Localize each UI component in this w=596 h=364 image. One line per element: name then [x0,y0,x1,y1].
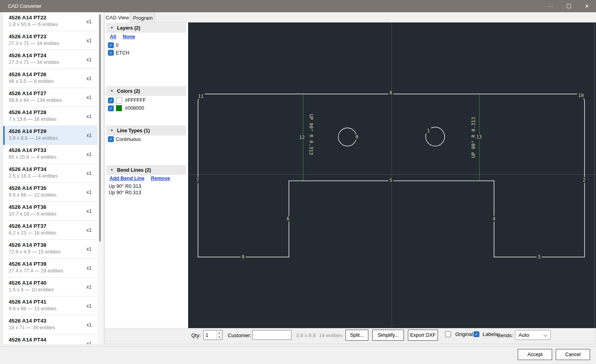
color-row-green[interactable]: ✓ #008000 [108,105,144,111]
svg-text:12: 12 [299,135,305,140]
layer-etch-checkbox[interactable]: ✓ [108,50,114,56]
bend-line-item[interactable]: Up 90° R0.313 [109,190,141,196]
labels-checkbox[interactable]: ✓ [473,331,479,337]
list-item[interactable]: 4526 A14 PT401.5 x 4 — 10 entitiesx1 [3,278,97,296]
list-item[interactable]: 4526 A14 PT359.6 x 68 — 12 entitiesx1 [3,183,97,202]
part-name: 4526 A14 PT38 [9,242,92,248]
part-list-scrollbar-thumb[interactable] [99,14,101,242]
collapse-icon: ▼ [110,26,113,30]
customer-input[interactable] [252,330,292,340]
entities-count-text: 14 entities [319,332,342,338]
part-qty: x1 [87,38,92,43]
cad-canvas[interactable]: UP 90° R 0.313UP 90° R 0.313012345678910… [188,23,596,328]
part-name: 4526 A14 PT36 [9,204,92,210]
svg-text:13: 13 [476,134,482,140]
svg-text:0: 0 [356,134,358,140]
part-qty: x1 [87,19,92,24]
part-qty: x1 [87,152,92,157]
color-white-checkbox[interactable]: ✓ [108,98,114,103]
list-item[interactable]: 4526 A14 PT287 x 13.6 — 16 entitiesx1 [3,107,97,126]
part-qty: x1 [87,341,92,344]
line-types-section-header[interactable]: ▼ Line Types (1) [106,126,186,135]
maximize-icon [567,4,571,8]
stepper-arrows: ▲ ▼ [216,330,222,340]
layer-row-0[interactable]: ✓ 0 [108,42,119,48]
stepper-up-icon[interactable]: ▲ [217,330,222,335]
close-button[interactable]: ✕ [578,0,596,12]
remove-bend-line-link[interactable]: Remove [151,176,170,181]
list-item[interactable]: 4526 A14 PT44x1 [3,334,97,344]
list-item[interactable]: 4526 A14 PT3872.9 x 4.9 — 15 entitiesx1 [3,240,97,259]
simplify-button[interactable]: Simplify... [372,330,404,341]
add-bend-line-link[interactable]: Add Bend Line [109,176,144,181]
titlebar: CAD Converter — ✕ [0,0,596,12]
part-detail: 10.7 x 18 — 6 entities [9,211,92,217]
cancel-button[interactable]: Cancel [556,349,590,360]
list-item[interactable]: 4526 A14 PT2648 x 3.5 — 6 entitiesx1 [3,69,97,88]
part-name: 4526 A14 PT23 [9,34,92,39]
original-toggle[interactable]: Original [445,331,473,337]
tab-program[interactable]: Program [131,13,155,23]
part-qty: x1 [87,57,92,62]
maximize-button[interactable] [560,0,578,12]
list-item[interactable]: 4526 A14 PT2427.3 x 71 — 34 entitiesx1 [3,50,97,69]
part-name: 4526 A14 PT37 [9,223,92,229]
part-name: 4526 A14 PT35 [9,185,92,191]
bend-lines-section-header[interactable]: ▼ Bend Lines (2) [106,165,186,175]
part-detail: 1.5 x 4 — 10 entities [9,287,92,293]
part-detail: 9.6 x 68 — 12 entities [9,192,92,198]
continuous-checkbox[interactable]: ✓ [108,136,114,142]
layer-0-label: 0 [116,43,119,48]
color-row-white[interactable]: ✓ #FFFFFF [108,97,146,103]
svg-text:2: 2 [583,177,586,183]
layer-row-etch[interactable]: ✓ ETCH [108,50,129,56]
window-controls: — ✕ [541,0,596,12]
list-item[interactable]: 4526 A14 PT3365 x 20.6 — 4 entitiesx1 [3,145,97,164]
line-type-row-continuous[interactable]: ✓ Continuous [108,136,141,142]
color-green-checkbox[interactable]: ✓ [108,105,114,111]
list-item[interactable]: 4526 A14 PT3927.4 x 77.4 — 28 entitiesx1 [3,259,97,278]
stepper-down-icon[interactable]: ▼ [217,335,222,340]
list-item[interactable]: 4526 A14 PT2756.6 x 64 — 134 entitiesx1 [3,88,97,107]
part-qty: x1 [87,227,92,233]
layers-title: Layers (2) [117,25,140,31]
part-qty: x1 [87,133,92,138]
part-detail: 9.6 x 68 — 13 entities [9,306,92,311]
list-item[interactable]: 4526 A14 PT342.5 x 16.3 — 4 entitiesx1 [3,164,97,183]
layer-etch-label: ETCH [116,50,129,56]
bends-dropdown[interactable]: Auto [515,330,551,340]
list-item[interactable]: 4526 A14 PT221.8 x 50.9 — 6 entitiesx1 [3,12,97,31]
layers-all-link[interactable]: All [110,34,116,39]
list-item[interactable]: 4526 A14 PT3610.7 x 18 — 6 entitiesx1 [3,202,97,221]
list-item[interactable]: 4526 A14 PT2327.3 x 71 — 34 entitiesx1 [3,31,97,50]
list-item[interactable]: 4526 A14 PT376.2 x 23 — 16 entitiesx1 [3,221,97,240]
list-item[interactable]: 4526 A14 PT4318 x 71 — 35 entitiesx1 [3,315,97,334]
original-checkbox[interactable] [445,331,451,337]
list-item[interactable]: 4526 A14 PT293.8 x 8.8 — 14 entitiesx1 [3,126,97,145]
part-detail: 3.8 x 8.8 — 14 entities [9,135,92,141]
accept-button[interactable]: Accept [518,349,552,360]
bend-line-item[interactable]: Up 90° R0.313 [109,183,141,190]
bend-lines-title: Bend Lines (2) [117,167,151,173]
layer-0-checkbox[interactable]: ✓ [108,42,114,48]
part-qty: x1 [87,95,92,100]
minimize-button[interactable]: — [541,0,560,12]
cad-drawing: UP 90° R 0.313UP 90° R 0.313012345678910… [188,23,596,328]
layers-none-link[interactable]: None [123,34,135,39]
split-button[interactable]: Split... [345,330,368,341]
list-item[interactable]: 4526 A14 PT419.6 x 68 — 13 entitiesx1 [3,296,97,315]
part-name: 4526 A14 PT26 [9,71,92,77]
part-name: 4526 A14 PT33 [9,147,92,153]
labels-toggle[interactable]: ✓ Labels [473,331,498,337]
bends-label: Bends: [497,332,513,338]
line-types-title: Line Types (1) [117,128,150,133]
part-detail: 27.4 x 77.4 — 28 entities [9,268,92,274]
part-qty: x1 [87,171,92,176]
part-detail: 18 x 71 — 35 entities [9,325,92,330]
colors-section-header[interactable]: ▼ Colors (2) [106,86,186,96]
svg-text:9: 9 [242,254,245,260]
export-dxf-button[interactable]: Export DXF [408,330,438,341]
layers-section-header[interactable]: ▼ Layers (2) [106,23,186,33]
quantity-stepper[interactable]: 1 ▲ ▼ [203,330,223,340]
tab-cad-view[interactable]: CAD View [105,12,130,23]
